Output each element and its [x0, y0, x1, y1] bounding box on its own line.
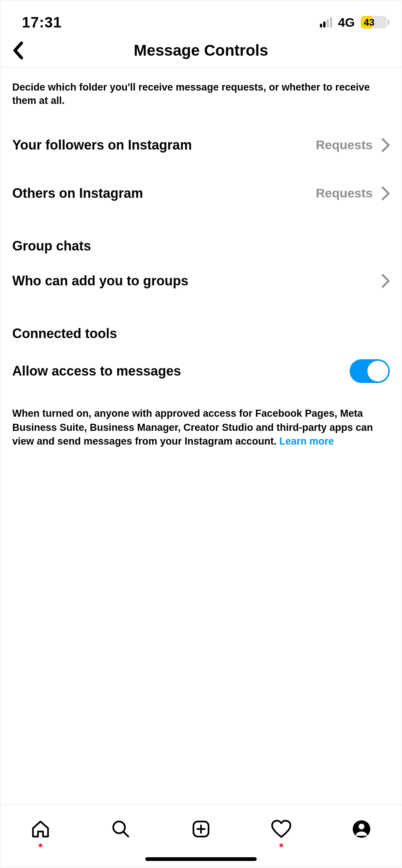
tab-home[interactable] — [27, 816, 54, 842]
connected-tools-footnote: When turned on, anyone with approved acc… — [12, 394, 390, 449]
setting-row-who-can-add[interactable]: Who can add you to groups — [12, 257, 390, 305]
chevron-right-icon — [382, 274, 390, 288]
status-indicators: 4G 43 — [320, 15, 387, 30]
content-area: Decide which folder you'll receive messa… — [0, 67, 402, 449]
intro-text: Decide which folder you'll receive messa… — [12, 67, 390, 108]
setting-label: Others on Instagram — [12, 186, 143, 201]
svg-point-6 — [359, 823, 364, 829]
page-title: Message Controls — [134, 42, 268, 59]
heart-icon — [271, 819, 292, 839]
setting-label: Allow access to messages — [12, 363, 181, 379]
tab-create[interactable] — [188, 816, 214, 842]
setting-row-others[interactable]: Others on Instagram Requests — [12, 169, 390, 217]
network-type: 4G — [338, 15, 355, 30]
back-button[interactable] — [7, 39, 29, 62]
profile-icon — [351, 819, 372, 839]
learn-more-link[interactable]: Learn more — [279, 436, 334, 447]
setting-label: Who can add you to groups — [12, 273, 188, 289]
status-time: 17:31 — [22, 14, 62, 31]
home-icon — [30, 819, 51, 839]
allow-access-toggle[interactable] — [350, 359, 390, 383]
section-title-group-chats: Group chats — [12, 217, 390, 257]
notification-dot — [39, 844, 42, 847]
tab-activity[interactable] — [268, 816, 294, 842]
status-bar: 17:31 4G 43 — [0, 0, 402, 34]
svg-line-1 — [124, 832, 128, 836]
home-indicator[interactable] — [145, 857, 257, 861]
search-icon — [111, 819, 131, 839]
plus-square-icon — [191, 819, 211, 839]
setting-row-followers[interactable]: Your followers on Instagram Requests — [12, 121, 390, 169]
page-header: Message Controls — [0, 34, 402, 67]
cellular-signal-icon — [320, 17, 332, 27]
chevron-right-icon — [382, 138, 390, 152]
setting-row-allow-access: Allow access to messages — [12, 344, 390, 394]
tab-search[interactable] — [108, 816, 134, 842]
setting-label: Your followers on Instagram — [12, 137, 192, 153]
tab-profile[interactable] — [348, 816, 375, 842]
battery-indicator: 43 — [361, 16, 387, 29]
section-title-connected-tools: Connected tools — [12, 305, 390, 344]
setting-value: Requests — [316, 138, 373, 152]
chevron-left-icon — [13, 42, 24, 59]
battery-percent: 43 — [361, 17, 387, 28]
notification-dot — [279, 844, 283, 847]
setting-value: Requests — [316, 186, 373, 200]
chevron-right-icon — [382, 186, 390, 200]
